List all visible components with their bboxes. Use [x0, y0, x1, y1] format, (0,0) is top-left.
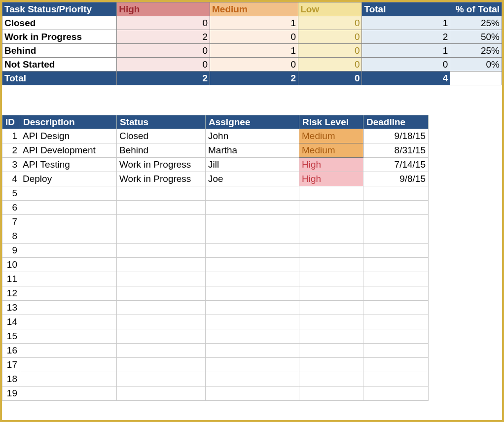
task-cell-desc[interactable]: API Testing	[20, 158, 117, 172]
task-cell[interactable]	[20, 315, 117, 329]
task-row[interactable]: 4DeployWork in ProgressJoeHigh9/8/15	[2, 172, 429, 186]
task-cell[interactable]	[299, 244, 363, 258]
task-cell[interactable]	[117, 215, 206, 229]
task-cell[interactable]	[299, 201, 363, 215]
task-cell[interactable]	[20, 329, 117, 344]
summary-cell[interactable]: 0	[117, 16, 210, 30]
task-cell-assignee[interactable]: John	[206, 129, 299, 143]
task-row-empty[interactable]: 12	[2, 286, 429, 301]
task-cell[interactable]	[299, 301, 363, 315]
task-cell[interactable]	[206, 301, 299, 315]
task-cell[interactable]	[117, 301, 206, 315]
task-cell[interactable]	[299, 258, 363, 272]
task-cell[interactable]	[117, 201, 206, 215]
task-cell[interactable]	[206, 286, 299, 301]
summary-cell[interactable]: 25%	[450, 16, 502, 30]
task-cell-id[interactable]: 15	[2, 329, 20, 344]
task-cell[interactable]	[206, 358, 299, 372]
summary-cell[interactable]: 50%	[450, 30, 502, 44]
task-row-empty[interactable]: 19	[2, 387, 429, 401]
task-cell-desc[interactable]: Deploy	[20, 172, 117, 186]
task-cell-id[interactable]: 12	[2, 286, 20, 301]
task-cell[interactable]	[206, 186, 299, 201]
task-cell-id[interactable]: 14	[2, 315, 20, 329]
task-cell-id[interactable]: 2	[2, 143, 20, 158]
task-cell[interactable]	[206, 272, 299, 286]
task-cell[interactable]	[117, 387, 206, 401]
task-cell[interactable]	[363, 301, 429, 315]
task-cell[interactable]	[299, 315, 363, 329]
task-cell-id[interactable]: 16	[2, 344, 20, 358]
task-cell[interactable]	[20, 286, 117, 301]
summary-cell[interactable]: 0%	[450, 58, 502, 71]
task-cell-status[interactable]: Closed	[117, 129, 206, 143]
task-row[interactable]: 1API DesignClosedJohnMedium9/18/15	[2, 129, 429, 143]
task-cell[interactable]	[20, 387, 117, 401]
task-cell-risk[interactable]: Medium	[299, 143, 363, 158]
task-cell[interactable]	[206, 215, 299, 229]
task-cell[interactable]	[20, 301, 117, 315]
task-cell-id[interactable]: 19	[2, 387, 20, 401]
task-cell[interactable]	[117, 315, 206, 329]
task-row-empty[interactable]: 9	[2, 244, 429, 258]
summary-cell[interactable]: 0	[117, 44, 210, 58]
task-cell[interactable]	[363, 286, 429, 301]
task-row-empty[interactable]: 15	[2, 329, 429, 344]
task-cell[interactable]	[206, 229, 299, 244]
task-cell-deadline[interactable]: 9/18/15	[363, 129, 429, 143]
task-cell-risk[interactable]: High	[299, 158, 363, 172]
task-cell[interactable]	[363, 186, 429, 201]
task-row-empty[interactable]: 11	[2, 272, 429, 286]
task-cell[interactable]	[20, 186, 117, 201]
task-cell[interactable]	[206, 244, 299, 258]
task-cell-deadline[interactable]: 9/8/15	[363, 172, 429, 186]
task-cell[interactable]	[363, 358, 429, 372]
task-cell-status[interactable]: Work in Progress	[117, 172, 206, 186]
task-cell[interactable]	[363, 387, 429, 401]
task-cell-id[interactable]: 9	[2, 244, 20, 258]
task-cell[interactable]	[206, 258, 299, 272]
task-cell[interactable]	[20, 344, 117, 358]
task-cell[interactable]	[206, 315, 299, 329]
task-cell-deadline[interactable]: 8/31/15	[363, 143, 429, 158]
task-cell[interactable]	[117, 258, 206, 272]
task-cell[interactable]	[363, 244, 429, 258]
task-cell[interactable]	[299, 344, 363, 358]
task-cell[interactable]	[299, 372, 363, 387]
task-cell[interactable]	[117, 329, 206, 344]
task-cell-id[interactable]: 17	[2, 358, 20, 372]
task-cell-deadline[interactable]: 7/14/15	[363, 158, 429, 172]
task-cell-status[interactable]: Behind	[117, 143, 206, 158]
task-cell[interactable]	[363, 272, 429, 286]
summary-cell[interactable]: 25%	[450, 44, 502, 58]
summary-cell[interactable]: 1	[210, 44, 298, 58]
task-row[interactable]: 2API DevelopmentBehindMarthaMedium8/31/1…	[2, 143, 429, 158]
task-row-empty[interactable]: 18	[2, 372, 429, 387]
task-cell-id[interactable]: 5	[2, 186, 20, 201]
task-cell-risk[interactable]: High	[299, 172, 363, 186]
task-cell-id[interactable]: 1	[2, 129, 20, 143]
task-cell[interactable]	[206, 329, 299, 344]
summary-cell[interactable]: 0	[298, 58, 362, 71]
summary-cell[interactable]: 0	[210, 58, 298, 71]
task-cell-risk[interactable]: Medium	[299, 129, 363, 143]
summary-cell[interactable]: 1	[210, 16, 298, 30]
summary-cell[interactable]: 2	[117, 30, 210, 44]
task-cell-desc[interactable]: API Development	[20, 143, 117, 158]
summary-cell[interactable]: 0	[117, 58, 210, 71]
task-cell-id[interactable]: 4	[2, 172, 20, 186]
task-cell[interactable]	[206, 372, 299, 387]
task-cell-assignee[interactable]: Jill	[206, 158, 299, 172]
task-cell-id[interactable]: 6	[2, 201, 20, 215]
summary-row[interactable]: Closed 0 1 0 1 25%	[2, 16, 502, 30]
summary-cell[interactable]: 2	[362, 30, 450, 44]
task-cell[interactable]	[299, 229, 363, 244]
task-cell-id[interactable]: 13	[2, 301, 20, 315]
task-cell[interactable]	[363, 329, 429, 344]
task-cell[interactable]	[117, 344, 206, 358]
task-cell-assignee[interactable]: Martha	[206, 143, 299, 158]
task-row-empty[interactable]: 17	[2, 358, 429, 372]
summary-cell[interactable]: 1	[362, 44, 450, 58]
task-row-empty[interactable]: 13	[2, 301, 429, 315]
summary-cell[interactable]: 0	[298, 30, 362, 44]
